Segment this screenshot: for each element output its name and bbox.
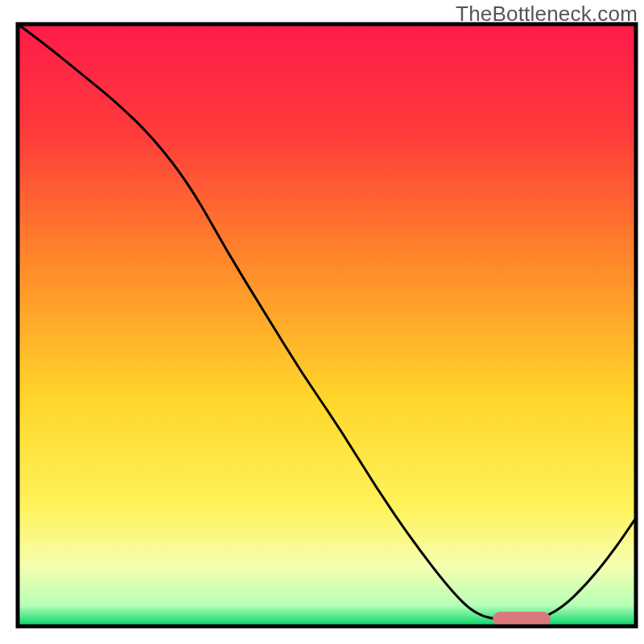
bottleneck-chart xyxy=(0,0,644,644)
heat-gradient xyxy=(18,24,636,626)
watermark-text: TheBottleneck.com xyxy=(456,2,638,27)
chart-container: TheBottleneck.com xyxy=(0,0,644,644)
